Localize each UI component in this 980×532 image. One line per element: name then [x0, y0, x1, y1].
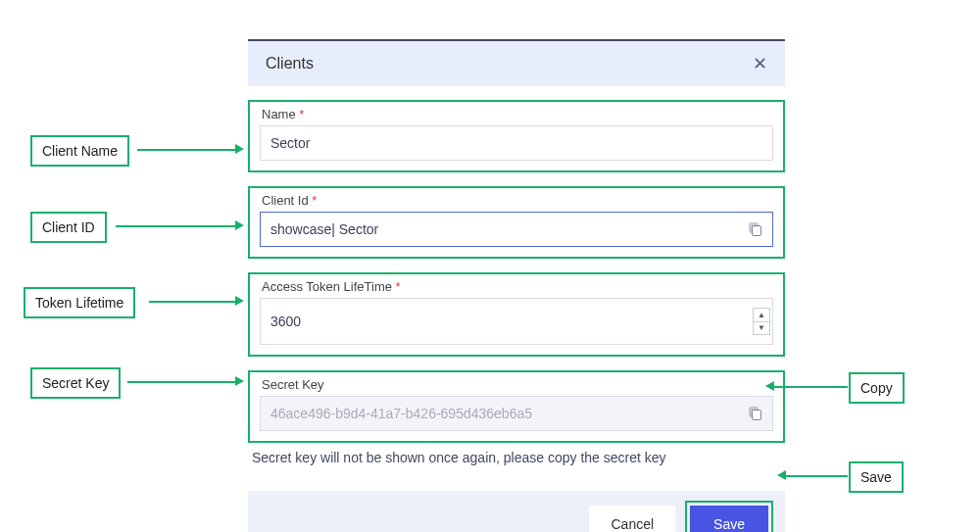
arrow-head-icon	[777, 470, 786, 480]
name-value: Sector	[270, 135, 310, 151]
secret-input: 46ace496-b9d4-41a7-b426-695d436eb6a5	[260, 396, 773, 431]
close-icon[interactable]: ✕	[753, 55, 767, 73]
arrow-head-icon	[235, 296, 244, 306]
lifetime-input[interactable]: 3600 ▲ ▼	[260, 298, 773, 345]
arrow	[116, 225, 235, 227]
callout-save: Save	[849, 461, 904, 493]
callout-client-id: Client ID	[30, 212, 107, 243]
lifetime-label: Access Token LifeTime *	[250, 279, 783, 298]
clientid-label: Client Id *	[250, 193, 783, 212]
modal-header: Clients ✕	[248, 39, 785, 86]
save-button[interactable]: Save	[690, 506, 768, 532]
field-secret-group: Secret Key 46ace496-b9d4-41a7-b426-695d4…	[248, 370, 785, 443]
secret-label: Secret Key	[250, 377, 783, 396]
arrow	[137, 149, 235, 151]
modal-title: Clients	[266, 55, 314, 73]
callout-lifetime: Token Lifetime	[24, 287, 135, 318]
modal-footer: Cancel Save	[248, 491, 785, 532]
field-lifetime-group: Access Token LifeTime * 3600 ▲ ▼	[248, 272, 785, 357]
field-clientid-group: Client Id * showcase| Sector	[248, 186, 785, 259]
arrow	[786, 475, 848, 477]
clients-modal: Clients ✕ Name * Sector Client Id * show…	[248, 39, 785, 532]
arrow-head-icon	[235, 376, 244, 386]
lifetime-value: 3600	[270, 314, 301, 329]
callout-copy: Copy	[849, 372, 905, 404]
secret-value: 46ace496-b9d4-41a7-b426-695d436eb6a5	[270, 406, 532, 421]
clientid-value: showcase| Sector	[270, 221, 378, 237]
copy-icon[interactable]	[749, 222, 762, 236]
field-name-group: Name * Sector	[248, 100, 785, 172]
callout-client-name: Client Name	[30, 135, 129, 167]
callout-secret: Secret Key	[30, 367, 121, 399]
cancel-button[interactable]: Cancel	[589, 506, 675, 532]
stepper-up-icon[interactable]: ▲	[754, 309, 769, 322]
stepper-down-icon[interactable]: ▼	[754, 322, 769, 335]
number-stepper[interactable]: ▲ ▼	[753, 308, 770, 335]
copy-icon[interactable]	[749, 407, 762, 420]
arrow	[127, 381, 235, 383]
arrow-head-icon	[765, 381, 774, 391]
secret-hint: Secret key will not be shown once again,…	[248, 450, 785, 465]
save-highlight: Save	[685, 501, 773, 532]
arrow	[149, 301, 235, 303]
name-input[interactable]: Sector	[260, 125, 773, 161]
arrow-head-icon	[235, 144, 244, 154]
name-label: Name *	[250, 107, 783, 125]
arrow	[774, 386, 848, 388]
clientid-input[interactable]: showcase| Sector	[260, 212, 773, 247]
arrow-head-icon	[235, 220, 244, 230]
